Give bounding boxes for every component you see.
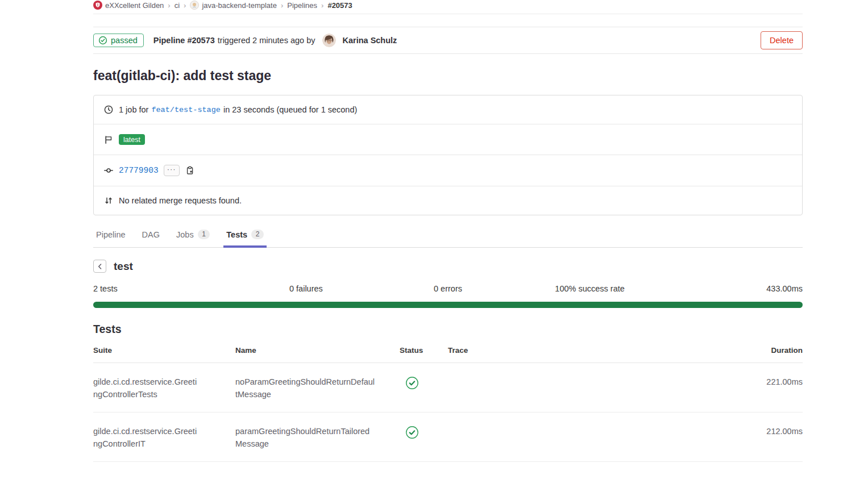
test-row: gilde.ci.cd.restservice.GreetingControll…	[93, 363, 803, 413]
tab-label: DAG	[142, 230, 160, 239]
flag-icon	[104, 135, 113, 144]
stat-success-rate: 100% success rate	[519, 284, 661, 293]
copy-sha-button[interactable]	[185, 166, 194, 175]
commit-title: feat(gitlab-ci): add test stage	[93, 68, 803, 84]
commit-row: 27779903 ···	[94, 155, 802, 186]
tests-table-header-row: Suite Name Status Trace Duration	[93, 339, 803, 363]
status-success-icon	[405, 376, 419, 390]
tests-section-title: Tests	[93, 323, 803, 336]
breadcrumb-group: eXXcellent Gilden	[93, 1, 164, 10]
test-trace-cell	[448, 413, 740, 462]
breadcrumb-link-project[interactable]: java-backend-template	[202, 1, 277, 10]
user-name-link[interactable]: Karina Schulz	[342, 36, 397, 45]
breadcrumb-current-pipeline: #20573	[327, 1, 352, 10]
back-button[interactable]	[93, 260, 106, 273]
latest-badge: latest	[119, 134, 145, 145]
git-compare-icon	[104, 196, 113, 205]
pipeline-id: Pipeline #20573	[153, 36, 215, 45]
test-name-cell: noParamGreetingShouldReturnDefaultMessag…	[235, 363, 400, 413]
test-name-cell: paramGreetingShouldReturnTailoredMessage	[235, 413, 400, 462]
job-summary-suffix: in 23 seconds (queued for 1 second)	[223, 105, 357, 114]
breadcrumb-separator: ›	[321, 1, 323, 10]
test-duration-cell: 212.00ms	[740, 413, 803, 462]
latest-badge-row: latest	[94, 124, 802, 155]
job-summary-row: 1 job for feat/test-stage in 23 seconds …	[94, 95, 802, 124]
expand-commit-button[interactable]: ···	[164, 165, 180, 176]
tab-label: Tests	[226, 230, 247, 239]
column-header-status: Status	[400, 339, 448, 363]
breadcrumb-project: java-backend-template	[190, 1, 277, 10]
pipeline-summary: Pipeline #20573 triggered 2 minutes ago …	[153, 34, 397, 47]
test-suite-cell: gilde.ci.cd.restservice.GreetingControll…	[93, 363, 235, 413]
merge-request-row: No related merge requests found.	[94, 186, 802, 215]
clock-icon	[104, 105, 113, 114]
test-status-cell	[400, 363, 448, 413]
tab-dag[interactable]: DAG	[139, 225, 163, 248]
delete-pipeline-button[interactable]: Delete	[761, 31, 803, 49]
pipeline-status-badge[interactable]: passed	[93, 34, 144, 47]
chevron-left-icon	[96, 263, 104, 270]
breadcrumb-separator: ›	[184, 1, 186, 10]
breadcrumb-link-pipelines[interactable]: Pipelines	[287, 1, 317, 10]
check-circle-icon	[98, 36, 107, 45]
column-header-suite: Suite	[93, 339, 235, 363]
job-summary-prefix: 1 job for	[119, 105, 148, 114]
pipeline-info-card: 1 job for feat/test-stage in 23 seconds …	[93, 95, 803, 215]
success-progress-bar	[93, 302, 803, 308]
pipeline-tabs: Pipeline DAG Jobs 1 Tests 2	[93, 225, 803, 248]
test-suite-cell: gilde.ci.cd.restservice.GreetingControll…	[93, 413, 235, 462]
pipeline-page: eXXcellent Gilden › ci › java-backend-te…	[93, 0, 803, 462]
breadcrumb-link-group[interactable]: eXXcellent Gilden	[105, 1, 164, 10]
tab-label: Jobs	[176, 230, 194, 239]
branch-ref-link[interactable]: feat/test-stage	[151, 106, 221, 114]
breadcrumb-link-ci[interactable]: ci	[175, 1, 180, 10]
tab-label: Pipeline	[96, 230, 126, 239]
tests-table: Suite Name Status Trace Duration gilde.c…	[93, 339, 803, 462]
tab-pipeline[interactable]: Pipeline	[93, 225, 128, 248]
status-badge-label: passed	[111, 36, 138, 45]
test-status-cell	[400, 413, 448, 462]
pipeline-header: passed Pipeline #20573 triggered 2 minut…	[93, 27, 803, 54]
user-avatar[interactable]	[322, 34, 336, 47]
stat-duration: 433.00ms	[661, 284, 803, 293]
project-avatar-icon	[190, 1, 199, 10]
column-header-duration: Duration	[740, 339, 803, 363]
column-header-name: Name	[235, 339, 400, 363]
stat-errors: 0 errors	[377, 284, 519, 293]
stat-total-tests: 2 tests	[93, 284, 235, 293]
clipboard-icon	[185, 166, 194, 175]
no-merge-requests-text: No related merge requests found.	[119, 196, 242, 205]
commit-icon	[104, 166, 113, 175]
breadcrumb: eXXcellent Gilden › ci › java-backend-te…	[93, 0, 803, 14]
triggered-text: triggered 2 minutes ago by	[218, 36, 315, 45]
tab-jobs[interactable]: Jobs 1	[173, 225, 213, 248]
tab-jobs-count-badge: 1	[198, 230, 210, 239]
breadcrumb-separator: ›	[281, 1, 283, 10]
stat-failures: 0 failures	[235, 284, 377, 293]
status-success-icon	[405, 426, 419, 439]
test-suite-title: test	[114, 260, 133, 273]
column-header-trace: Trace	[448, 339, 740, 363]
test-duration-cell: 221.00ms	[740, 363, 803, 413]
test-suite-header: test	[93, 260, 803, 273]
test-trace-cell	[448, 363, 740, 413]
tab-tests-count-badge: 2	[251, 230, 264, 239]
test-suite-stats: 2 tests 0 failures 0 errors 100% success…	[93, 284, 803, 293]
commit-sha-link[interactable]: 27779903	[119, 166, 159, 175]
group-avatar-icon	[93, 1, 102, 10]
breadcrumb-separator: ›	[168, 1, 170, 10]
test-row: gilde.ci.cd.restservice.GreetingControll…	[93, 413, 803, 462]
tab-tests[interactable]: Tests 2	[223, 225, 267, 248]
